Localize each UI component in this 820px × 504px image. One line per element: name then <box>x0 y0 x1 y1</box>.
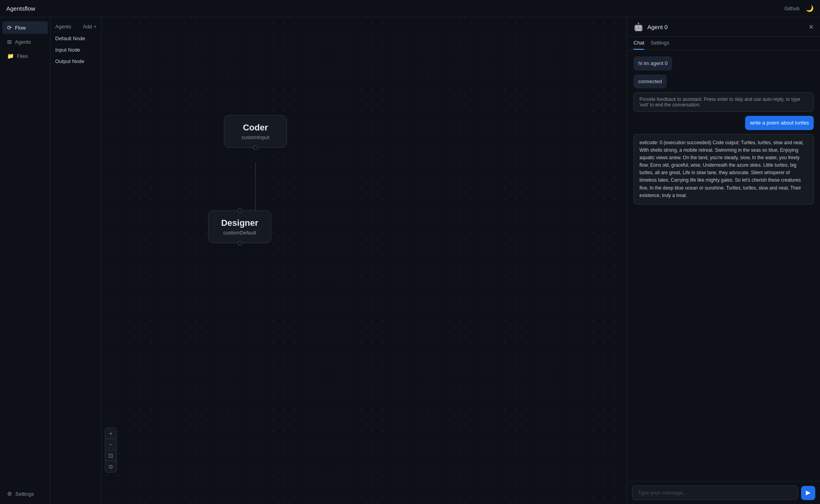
app-title: Agentsflow <box>6 5 35 12</box>
sidebar-bottom: ⚙ Settings <box>0 487 50 501</box>
flow-canvas[interactable]: Coder customInput Designer customDefault… <box>102 17 627 504</box>
add-agent-button[interactable]: Add + <box>83 24 97 30</box>
coder-node-bottom-connector <box>253 145 258 150</box>
sidebar-flow-label: Flow <box>15 25 26 31</box>
agents-icon: ⊞ <box>7 39 12 45</box>
designer-node-top-connector <box>237 208 242 213</box>
designer-node-title: Designer <box>220 218 260 228</box>
chat-message-input[interactable] <box>632 485 798 500</box>
chat-messages: hi im agent 0 connected Provide feedback… <box>627 50 820 481</box>
settings-icon: ⚙ <box>7 491 12 497</box>
agents-header-label: Agents <box>55 24 71 30</box>
chat-agent-title-row: 🤖 Agent 0 <box>634 22 668 32</box>
message-feedback: Provide feedback to assistant. Press ent… <box>634 92 814 112</box>
chat-send-button[interactable] <box>801 486 815 500</box>
designer-node[interactable]: Designer customDefault <box>208 210 271 243</box>
message-hi: hi im agent 0 <box>634 56 672 71</box>
theme-toggle-icon[interactable]: 🌙 <box>806 5 814 12</box>
coder-node[interactable]: Coder customInput <box>224 115 287 148</box>
flow-connections-svg <box>102 17 627 504</box>
tab-settings[interactable]: Settings <box>650 37 669 50</box>
send-icon <box>805 490 811 496</box>
sidebar-item-flow[interactable]: ⟳ Flow <box>2 21 48 34</box>
topbar: Agentsflow Github 🌙 <box>0 0 820 17</box>
coder-node-subtitle: customInput <box>235 134 276 140</box>
zoom-controls: + − ⊡ ⊙ <box>105 428 117 472</box>
files-icon: 📁 <box>7 53 14 59</box>
agent-default-node[interactable]: Default Node <box>50 33 101 44</box>
agent-panel-header: Agents Add + <box>50 20 101 33</box>
agent-robot-icon: 🤖 <box>634 22 643 32</box>
agent-panel: Agents Add + Default Node Input Node Out… <box>50 17 102 504</box>
chat-tabs: Chat Settings <box>627 37 820 50</box>
message-connected: connected <box>634 74 667 89</box>
designer-node-subtitle: customDefault <box>220 230 260 236</box>
agent-input-node[interactable]: Input Node <box>50 44 101 56</box>
coder-node-title: Coder <box>235 123 276 133</box>
zoom-fit-button[interactable]: ⊡ <box>105 450 116 461</box>
main-layout: ⟳ Flow ⊞ Agents 📁 Files ⚙ Settings Agent… <box>0 17 820 504</box>
flow-icon: ⟳ <box>7 24 12 31</box>
github-link[interactable]: Github <box>785 6 800 11</box>
message-poem-output: exitcode: 0 (execution succeeded) Code o… <box>634 134 814 205</box>
zoom-reset-button[interactable]: ⊙ <box>105 461 116 472</box>
chat-agent-header: 🤖 Agent 0 ✕ <box>627 17 820 37</box>
zoom-out-button[interactable]: − <box>105 439 116 450</box>
chat-input-row <box>627 481 820 504</box>
designer-node-bottom-connector <box>237 241 242 245</box>
add-label: Add <box>83 24 92 30</box>
message-poem-request: write a poem about turtles <box>745 116 814 130</box>
chat-close-button[interactable]: ✕ <box>809 23 814 31</box>
tab-chat[interactable]: Chat <box>634 37 644 50</box>
chat-panel: 🤖 Agent 0 ✕ Chat Settings hi im agent 0 … <box>627 17 820 504</box>
plus-icon: + <box>93 24 97 30</box>
sidebar-files-label: Files <box>17 53 28 59</box>
sidebar-item-files[interactable]: 📁 Files <box>2 50 48 62</box>
sidebar-item-settings[interactable]: ⚙ Settings <box>2 487 48 500</box>
sidebar-settings-label: Settings <box>15 491 34 497</box>
chat-agent-name: Agent 0 <box>647 24 668 30</box>
topbar-right: Github 🌙 <box>785 5 814 12</box>
sidebar-agents-label: Agents <box>15 39 31 45</box>
sidebar-item-agents[interactable]: ⊞ Agents <box>2 35 48 48</box>
zoom-in-button[interactable]: + <box>105 428 116 439</box>
sidebar: ⟳ Flow ⊞ Agents 📁 Files ⚙ Settings <box>0 17 50 504</box>
agent-output-node[interactable]: Output Node <box>50 56 101 67</box>
